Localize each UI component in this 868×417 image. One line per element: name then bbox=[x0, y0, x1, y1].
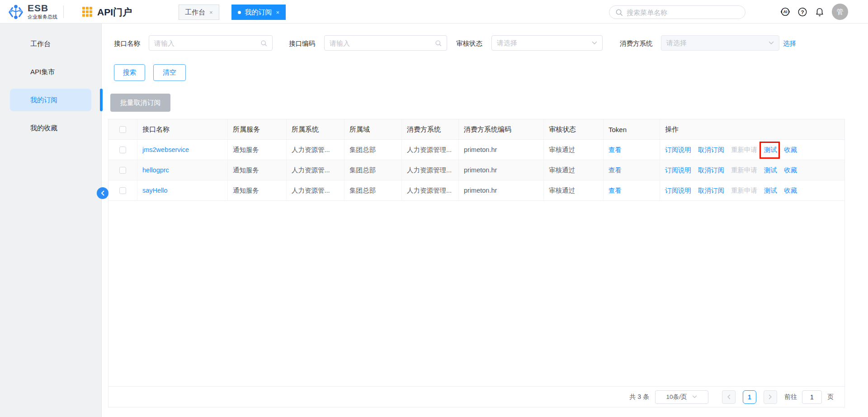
interface-name-link[interactable]: sayHello bbox=[142, 187, 168, 194]
action-favorite[interactable]: 收藏 bbox=[784, 146, 797, 154]
next-page-button bbox=[764, 390, 777, 404]
col-actions: 操作 bbox=[660, 119, 844, 139]
active-menu-indicator bbox=[100, 89, 103, 111]
sidebar-item-workbench[interactable]: 工作台 bbox=[10, 33, 91, 55]
col-consumer-code: 消费方系统编码 bbox=[459, 119, 544, 139]
search-icon bbox=[615, 9, 623, 16]
consumer-system-select-link[interactable]: 选择 bbox=[783, 39, 796, 48]
tab-workbench[interactable]: 工作台 × bbox=[179, 5, 219, 20]
action-reapply: 重新申请 bbox=[731, 186, 757, 195]
action-subscribe-desc[interactable]: 订阅说明 bbox=[665, 146, 691, 154]
cell-system: 人力资源管... bbox=[287, 160, 344, 180]
goto-label: 前往 bbox=[784, 393, 797, 401]
interface-name-link[interactable]: hellogprc bbox=[142, 166, 169, 174]
help-icon[interactable]: ? bbox=[797, 7, 807, 17]
cell-consumer-system: 人力资源管理... bbox=[402, 160, 459, 180]
action-reapply: 重新申请 bbox=[731, 146, 757, 154]
cell-consumer-code: primeton.hr bbox=[459, 140, 544, 160]
top-navbar: ESB 企业服务总线 API门户 工作台 × 我的订阅 × bbox=[0, 0, 868, 24]
col-domain: 所属域 bbox=[344, 119, 402, 139]
cell-consumer-code: primeton.hr bbox=[459, 160, 544, 180]
cell-consumer-system: 人力资源管理... bbox=[402, 180, 459, 200]
chevron-down-icon bbox=[592, 41, 597, 45]
token-view-link[interactable]: 查看 bbox=[609, 186, 622, 195]
table-header: 接口名称 所属服务 所属系统 所属域 消费方系统 消费方系统编码 审核状态 To… bbox=[108, 119, 844, 140]
menu-search-input[interactable] bbox=[627, 9, 739, 16]
action-test[interactable]: 测试 bbox=[764, 166, 777, 175]
action-subscribe-desc[interactable]: 订阅说明 bbox=[665, 166, 691, 175]
action-test[interactable]: 测试 bbox=[764, 186, 777, 195]
page-unit-label: 页 bbox=[827, 393, 834, 401]
cell-service: 通知服务 bbox=[228, 160, 287, 180]
col-token: Token bbox=[604, 119, 660, 139]
cell-service: 通知服务 bbox=[228, 180, 287, 200]
col-consumer-system: 消费方系统 bbox=[402, 119, 459, 139]
action-unsubscribe[interactable]: 取消订阅 bbox=[698, 186, 724, 195]
grid-icon bbox=[82, 7, 93, 18]
table-row: jms2webservice 通知服务 人力资源管... 集团总部 人力资源管理… bbox=[108, 140, 844, 160]
close-icon[interactable]: × bbox=[209, 9, 213, 16]
goto-page-input[interactable] bbox=[802, 390, 822, 404]
header-divider bbox=[63, 5, 64, 18]
audit-status-select[interactable]: 请选择 bbox=[491, 35, 603, 51]
subscriptions-table: 接口名称 所属服务 所属系统 所属域 消费方系统 消费方系统编码 审核状态 To… bbox=[108, 119, 845, 408]
interface-code-input[interactable] bbox=[330, 39, 432, 47]
row-checkbox[interactable] bbox=[119, 147, 126, 153]
sidebar-item-my-subscriptions[interactable]: 我的订阅 bbox=[10, 89, 91, 111]
row-checkbox[interactable] bbox=[119, 187, 126, 194]
batch-unsubscribe-button: 批量取消订阅 bbox=[110, 94, 170, 112]
action-reapply: 重新申请 bbox=[731, 166, 757, 175]
search-button[interactable]: 搜索 bbox=[114, 64, 145, 81]
col-service: 所属服务 bbox=[228, 119, 287, 139]
logo-title: ESB bbox=[28, 3, 57, 13]
action-subscribe-desc[interactable]: 订阅说明 bbox=[665, 186, 691, 195]
action-favorite[interactable]: 收藏 bbox=[784, 186, 797, 195]
token-view-link[interactable]: 查看 bbox=[609, 146, 622, 154]
bell-icon[interactable] bbox=[815, 7, 825, 17]
sidebar-collapse-button[interactable] bbox=[97, 187, 108, 199]
page-title: API门户 bbox=[97, 6, 132, 19]
pagination-total: 共 3 条 bbox=[629, 393, 649, 401]
cell-audit-status: 审核通过 bbox=[544, 160, 604, 180]
logo-text: ESB 企业服务总线 bbox=[28, 3, 57, 20]
page-size-value: 10条/页 bbox=[666, 393, 687, 401]
action-unsubscribe[interactable]: 取消订阅 bbox=[698, 166, 724, 175]
logo-subtitle: 企业服务总线 bbox=[28, 14, 57, 20]
action-test-highlighted[interactable]: 测试 bbox=[764, 146, 777, 154]
row-checkbox[interactable] bbox=[119, 167, 126, 174]
ai-assistant-icon[interactable]: AI bbox=[780, 7, 790, 17]
action-favorite[interactable]: 收藏 bbox=[784, 166, 797, 175]
interface-name-input[interactable] bbox=[154, 39, 258, 47]
sidebar-item-my-favorites[interactable]: 我的收藏 bbox=[10, 117, 91, 139]
prev-page-button bbox=[722, 390, 736, 404]
audit-status-label: 审核状态 bbox=[456, 39, 482, 48]
select-all-checkbox[interactable] bbox=[119, 126, 126, 133]
chevron-down-icon bbox=[692, 395, 697, 398]
chevron-left-icon bbox=[727, 394, 731, 399]
pagination-bar: 共 3 条 10条/页 1 前 bbox=[108, 386, 844, 407]
chevron-left-icon bbox=[100, 190, 105, 196]
interface-name-label: 接口名称 bbox=[114, 39, 140, 48]
action-unsubscribe[interactable]: 取消订阅 bbox=[698, 146, 724, 154]
sidebar-item-api-market[interactable]: API集市 bbox=[10, 61, 91, 83]
svg-text:?: ? bbox=[801, 9, 804, 14]
close-icon[interactable]: × bbox=[276, 9, 280, 16]
consumer-system-select: 请选择 bbox=[661, 35, 779, 51]
interface-name-field[interactable] bbox=[149, 35, 273, 51]
chevron-right-icon bbox=[769, 394, 772, 399]
token-view-link[interactable]: 查看 bbox=[609, 166, 622, 175]
clear-button[interactable]: 清空 bbox=[153, 64, 186, 81]
audit-status-placeholder: 请选择 bbox=[497, 39, 589, 47]
interface-name-link[interactable]: jms2webservice bbox=[142, 146, 189, 153]
current-page-button[interactable]: 1 bbox=[743, 390, 756, 404]
page-size-select[interactable]: 10条/页 bbox=[655, 390, 708, 404]
cell-domain: 集团总部 bbox=[344, 140, 402, 160]
user-avatar[interactable]: 管 bbox=[832, 4, 848, 20]
interface-code-field[interactable] bbox=[324, 35, 447, 51]
tab-my-subscriptions[interactable]: 我的订阅 × bbox=[231, 5, 286, 20]
active-dot-icon bbox=[238, 11, 241, 14]
portal-title-group: API门户 bbox=[82, 6, 132, 19]
table-row: hellogprc 通知服务 人力资源管... 集团总部 人力资源管理... p… bbox=[108, 160, 844, 180]
menu-search[interactable] bbox=[609, 5, 745, 19]
svg-text:AI: AI bbox=[783, 9, 788, 14]
